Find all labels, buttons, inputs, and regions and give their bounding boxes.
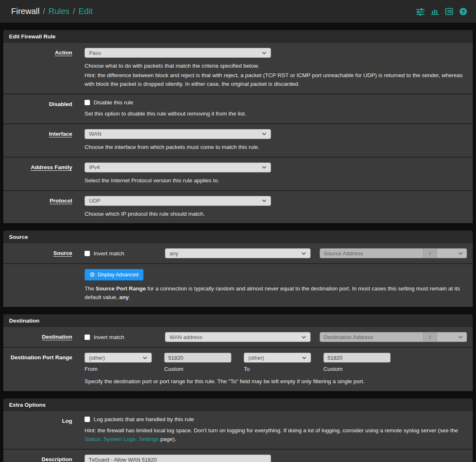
source-row: Source Invert match any /	[3, 243, 473, 263]
source-invert-checkbox[interactable]	[85, 251, 90, 256]
topbar-icons: ?	[416, 7, 467, 16]
protocol-select-value: UDP	[89, 198, 100, 204]
edit-firewall-rule-panel: Edit Firewall Rule Action Pass Choose wh…	[3, 30, 473, 223]
log-label: Log	[3, 416, 85, 444]
destination-mask-select[interactable]	[437, 332, 467, 342]
gear-icon: ⚙	[90, 271, 95, 278]
destination-invert-checkbox[interactable]	[85, 335, 90, 340]
log-packets-checkbox-label: Log packets that are handled by this rul…	[94, 416, 194, 422]
port-from-custom-sublabel: Custom	[164, 366, 231, 372]
top-bar: Firewall / Rules / Edit	[0, 0, 476, 23]
port-from-select-value: (other)	[89, 355, 105, 361]
port-to-custom-input[interactable]	[323, 353, 391, 363]
destination-address-group: /	[320, 332, 467, 342]
port-to-select[interactable]: (other)	[244, 353, 311, 363]
disabled-row: Disabled Disable this rule Set this opti…	[3, 94, 473, 123]
interface-row: Interface WAN Choose the interface from …	[3, 123, 473, 157]
chevron-down-icon	[302, 252, 306, 255]
source-type-select-value: any	[170, 250, 178, 257]
protocol-label[interactable]: Protocol	[49, 198, 72, 204]
destination-mask-separator: /	[424, 332, 437, 342]
destination-label[interactable]: Destination	[42, 334, 72, 340]
destination-type-select-value: WAN address	[170, 334, 203, 340]
log-help: Hint: the firewall has limited local log…	[85, 427, 467, 444]
source-panel: Source Source Invert match any /	[3, 231, 473, 307]
address-family-label[interactable]: Address Family	[31, 164, 72, 170]
breadcrumb-edit-link[interactable]: Edit	[78, 7, 92, 16]
action-label[interactable]: Action	[55, 50, 72, 56]
destination-address-input[interactable]	[320, 332, 424, 342]
chevron-down-icon	[262, 132, 266, 135]
interface-label[interactable]: Interface	[49, 131, 72, 137]
action-select[interactable]: Pass	[85, 48, 271, 58]
source-port-range-help: The Source Port Range for a connection i…	[85, 285, 467, 302]
port-to-custom-sublabel: Custom	[323, 366, 391, 372]
destination-port-range-row: Destination Port Range (other) From Cust…	[3, 347, 473, 391]
breadcrumb: Firewall / Rules / Edit	[11, 7, 93, 16]
disable-rule-checkbox-label: Disable this rule	[94, 99, 133, 106]
interface-select[interactable]: WAN	[85, 129, 271, 139]
port-to-select-value: (other)	[248, 355, 264, 361]
source-mask-separator: /	[424, 248, 437, 258]
chevron-down-icon	[143, 356, 147, 359]
destination-type-select[interactable]: WAN address	[165, 332, 311, 342]
source-label[interactable]: Source	[53, 250, 72, 256]
breadcrumb-rules-link[interactable]: Rules	[48, 7, 69, 16]
disabled-label: Disabled	[3, 99, 85, 118]
interface-select-value: WAN	[89, 131, 101, 137]
port-from-custom-input[interactable]	[164, 353, 231, 363]
destination-port-range-help: Specify the destination port or port ran…	[85, 377, 467, 386]
extra-options-panel: Extra Options Log Log packets that are h…	[3, 398, 473, 462]
destination-row: Destination Invert match WAN address /	[3, 327, 473, 347]
log-packets-checkbox[interactable]	[85, 417, 90, 422]
action-help: Choose what to do with packets that matc…	[85, 62, 467, 89]
destination-invert-label: Invert match	[94, 334, 124, 340]
action-row: Action Pass Choose what to do with packe…	[3, 43, 473, 94]
address-family-row: Address Family IPv4 Select the Internet …	[3, 157, 473, 190]
disable-rule-checkbox[interactable]	[85, 100, 90, 105]
description-row: Description A description may be entered…	[3, 449, 473, 462]
source-invert-label: Invert match	[94, 250, 124, 257]
source-display-advanced-button[interactable]: ⚙ Display Advanced	[85, 269, 144, 280]
sliders-icon[interactable]	[416, 7, 425, 16]
log-row: Log Log packets that are handled by this…	[3, 411, 473, 449]
panel-title-source: Source	[3, 231, 473, 243]
interface-help: Choose the interface from which packets …	[85, 143, 467, 152]
help-icon[interactable]: ?	[459, 7, 467, 16]
source-type-select[interactable]: any	[165, 248, 311, 258]
breadcrumb-separator: /	[43, 7, 45, 16]
chevron-down-icon	[302, 336, 306, 339]
port-from-select[interactable]: (other)	[85, 353, 152, 363]
bar-chart-icon[interactable]	[431, 7, 439, 16]
action-select-value: Pass	[89, 50, 101, 56]
address-family-select[interactable]: IPv4	[85, 163, 271, 172]
chevron-down-icon	[458, 252, 463, 255]
port-from-sublabel: From	[85, 366, 152, 372]
chevron-down-icon	[262, 166, 266, 169]
protocol-row: Protocol UDP Choose which IP protocol th…	[3, 190, 473, 224]
breadcrumb-separator: /	[73, 7, 75, 16]
description-label: Description	[3, 455, 85, 462]
source-address-input[interactable]	[320, 248, 424, 258]
chevron-down-icon	[458, 336, 463, 339]
svg-text:?: ?	[462, 8, 465, 14]
source-address-group: /	[320, 248, 467, 258]
disabled-help: Set this option to disable this rule wit…	[85, 110, 467, 118]
chevron-down-icon	[262, 199, 266, 202]
destination-port-range-label: Destination Port Range	[3, 353, 85, 386]
panel-title-destination: Destination	[3, 314, 473, 327]
description-input[interactable]	[85, 455, 271, 462]
system-logs-settings-link[interactable]: Status: System Logs: Settings	[85, 436, 159, 442]
source-mask-select[interactable]	[437, 248, 467, 258]
list-icon[interactable]	[445, 7, 453, 16]
chevron-down-icon	[262, 52, 266, 54]
address-family-select-value: IPv4	[89, 164, 100, 170]
protocol-help: Choose which IP protocol this rule shoul…	[85, 210, 467, 219]
protocol-select[interactable]: UDP	[85, 196, 271, 206]
source-advanced-row: ⚙ Display Advanced The Source Port Range…	[3, 263, 473, 307]
panel-title-edit-firewall-rule: Edit Firewall Rule	[3, 30, 473, 43]
chevron-down-icon	[302, 356, 306, 359]
panel-title-extra-options: Extra Options	[3, 398, 473, 411]
destination-panel: Destination Destination Invert match WAN…	[3, 314, 473, 391]
breadcrumb-firewall: Firewall	[11, 7, 40, 16]
